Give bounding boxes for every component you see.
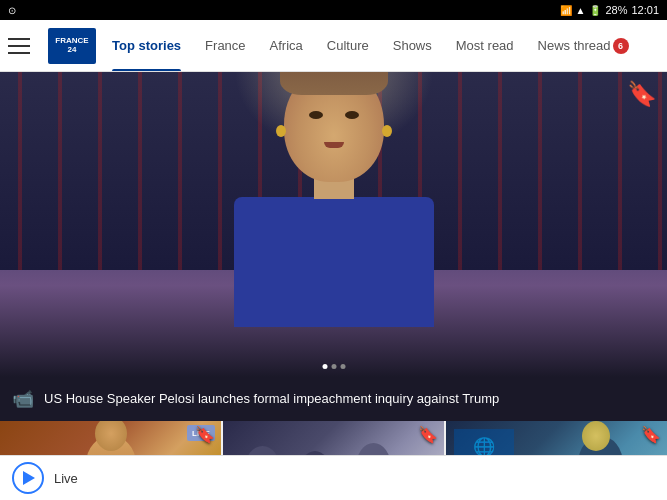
dot-3[interactable] xyxy=(340,364,345,369)
status-right: 📶 ▲ 🔋 28% 12:01 xyxy=(560,4,659,16)
status-bar: ⊙ 📶 ▲ 🔋 28% 12:01 xyxy=(0,0,667,20)
tab-africa[interactable]: Africa xyxy=(258,20,315,71)
play-button[interactable] xyxy=(12,462,44,494)
wifi-icon: ▲ xyxy=(576,5,586,16)
breaking-news-bar: 📹 US House Speaker Pelosi launches forma… xyxy=(0,377,667,421)
news-thread-badge: 6 xyxy=(613,38,629,54)
live-label: Live xyxy=(54,471,78,486)
thumb-1-bookmark[interactable]: 🔖 xyxy=(195,425,215,444)
battery-level: 28% xyxy=(605,4,627,16)
tab-news-thread[interactable]: News thread 6 xyxy=(526,20,641,71)
tab-most-read[interactable]: Most read xyxy=(444,20,526,71)
tab-top-stories[interactable]: Top stories xyxy=(100,20,193,71)
hamburger-line xyxy=(8,45,30,47)
hamburger-line xyxy=(8,38,30,40)
tab-culture[interactable]: Culture xyxy=(315,20,381,71)
breaking-headline[interactable]: US House Speaker Pelosi launches formal … xyxy=(44,391,499,408)
menu-button[interactable] xyxy=(8,30,40,62)
playbar: Live xyxy=(0,455,667,500)
android-icon: ⊙ xyxy=(8,5,16,16)
time-display: 12:01 xyxy=(631,4,659,16)
app-logo[interactable]: FRANCE 24 xyxy=(48,28,96,64)
tab-france[interactable]: France xyxy=(193,20,257,71)
dot-1[interactable] xyxy=(322,364,327,369)
nav-tabs: Top stories France Africa Culture Shows … xyxy=(100,20,659,71)
hero-subject xyxy=(224,72,444,327)
thumb-2-bookmark[interactable]: 🔖 xyxy=(418,425,438,444)
subject-body xyxy=(234,197,434,327)
header: FRANCE 24 Top stories France Africa Cult… xyxy=(0,20,667,72)
hamburger-line xyxy=(8,52,30,54)
hero-bookmark-button[interactable]: 🔖 xyxy=(627,80,657,108)
dot-2[interactable] xyxy=(331,364,336,369)
thumb-3-bookmark[interactable]: 🔖 xyxy=(641,425,661,444)
tab-shows[interactable]: Shows xyxy=(381,20,444,71)
battery-icon: 🔋 xyxy=(589,5,601,16)
video-camera-icon: 📹 xyxy=(12,388,34,410)
play-icon xyxy=(23,471,35,485)
subject-hair xyxy=(280,72,388,95)
logo-text: FRANCE 24 xyxy=(55,37,88,55)
sim-icon: 📶 xyxy=(560,5,572,16)
hero-dots xyxy=(322,364,345,369)
hero-image-container: 🔖 xyxy=(0,72,667,377)
status-left: ⊙ xyxy=(8,5,16,16)
